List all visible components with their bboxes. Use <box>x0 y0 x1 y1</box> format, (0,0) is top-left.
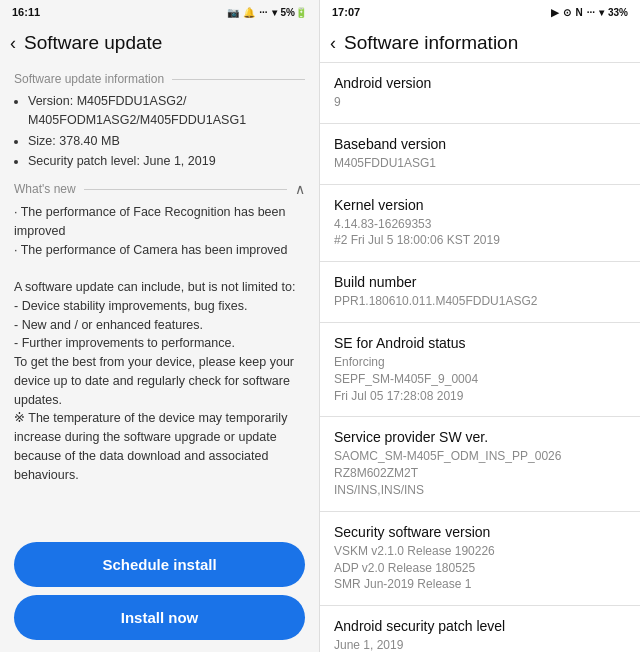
whats-new-section-header: What's new ∧ <box>14 181 305 197</box>
left-status-bar: 16:11 📷 🔔 ··· ▾ 5%🔋 <box>0 0 319 24</box>
info-item-value-0: 9 <box>334 94 626 111</box>
info-section-label: Software update information <box>14 72 164 86</box>
whats-new-content: · The performance of Face Recognition ha… <box>14 203 305 484</box>
right-battery-icon: 33% <box>608 7 628 18</box>
left-header: ‹ Software update <box>0 24 319 62</box>
info-item-label-2: Kernel version <box>334 197 626 213</box>
info-item-label-4: SE for Android status <box>334 335 626 351</box>
info-item-5: Service provider SW ver.SAOMC_SM-M405F_O… <box>320 417 640 511</box>
notification-icon: 🔔 <box>243 7 255 18</box>
left-panel: 16:11 📷 🔔 ··· ▾ 5%🔋 ‹ Software update So… <box>0 0 320 652</box>
info-size: Size: 378.40 MB <box>28 132 305 151</box>
back-button-right[interactable]: ‹ <box>330 33 336 54</box>
info-item-7: Android security patch levelJune 1, 2019 <box>320 606 640 652</box>
whats-new-label: What's new <box>14 182 76 196</box>
info-item-value-4: Enforcing SEPF_SM-M405F_9_0004 Fri Jul 0… <box>334 354 626 404</box>
right-page-title: Software information <box>344 32 518 54</box>
info-item-1: Baseband versionM405FDDU1ASG1 <box>320 124 640 185</box>
info-item-value-5: SAOMC_SM-M405F_ODM_INS_PP_0026 RZ8M602ZM… <box>334 448 626 498</box>
info-item-label-7: Android security patch level <box>334 618 626 634</box>
info-section-line <box>172 79 305 80</box>
left-time: 16:11 <box>12 6 40 18</box>
battery-icon: 5%🔋 <box>281 7 307 18</box>
target-icon: ⊙ <box>563 7 571 18</box>
info-item-6: Security software versionVSKM v2.1.0 Rel… <box>320 512 640 606</box>
info-item-label-1: Baseband version <box>334 136 626 152</box>
schedule-install-button[interactable]: Schedule install <box>14 542 305 587</box>
back-button-left[interactable]: ‹ <box>10 33 16 54</box>
info-version: Version: M405FDDU1ASG2/ M405FODM1ASG2/M4… <box>28 92 305 130</box>
play-icon: ▶ <box>551 7 559 18</box>
button-area: Schedule install Install now <box>0 534 319 652</box>
info-section-header: Software update information <box>14 72 305 86</box>
right-wifi-icon: ▾ <box>599 7 604 18</box>
right-panel: 17:07 ▶ ⊙ N ··· ▾ 33% ‹ Software informa… <box>320 0 640 652</box>
info-text-block: Version: M405FDDU1ASG2/ M405FODM1ASG2/M4… <box>14 92 305 171</box>
left-content: Software update information Version: M40… <box>0 62 319 534</box>
collapse-icon[interactable]: ∧ <box>295 181 305 197</box>
whats-new-line <box>84 189 287 190</box>
info-patch: Security patch level: June 1, 2019 <box>28 152 305 171</box>
right-time: 17:07 <box>332 6 360 18</box>
right-status-bar: 17:07 ▶ ⊙ N ··· ▾ 33% <box>320 0 640 24</box>
info-item-2: Kernel version4.14.83-16269353 #2 Fri Ju… <box>320 185 640 263</box>
left-page-title: Software update <box>24 32 162 54</box>
info-item-label-5: Service provider SW ver. <box>334 429 626 445</box>
info-item-3: Build numberPPR1.180610.011.M405FDDU1ASG… <box>320 262 640 323</box>
right-status-icons: ▶ ⊙ N ··· ▾ 33% <box>551 7 628 18</box>
info-item-label-0: Android version <box>334 75 626 91</box>
wifi-icon: ▾ <box>272 7 277 18</box>
more-icon: ··· <box>259 7 267 18</box>
info-item-value-7: June 1, 2019 <box>334 637 626 652</box>
info-item-label-3: Build number <box>334 274 626 290</box>
n-icon: N <box>575 7 582 18</box>
right-header: ‹ Software information <box>320 24 640 63</box>
info-item-value-1: M405FDDU1ASG1 <box>334 155 626 172</box>
software-info-list: Android version9Baseband versionM405FDDU… <box>320 63 640 652</box>
info-item-0: Android version9 <box>320 63 640 124</box>
info-item-value-3: PPR1.180610.011.M405FDDU1ASG2 <box>334 293 626 310</box>
info-item-label-6: Security software version <box>334 524 626 540</box>
info-item-4: SE for Android statusEnforcing SEPF_SM-M… <box>320 323 640 417</box>
install-now-button[interactable]: Install now <box>14 595 305 640</box>
left-status-icons: 📷 🔔 ··· ▾ 5%🔋 <box>227 7 307 18</box>
camera-icon: 📷 <box>227 7 239 18</box>
info-item-value-2: 4.14.83-16269353 #2 Fri Jul 5 18:00:06 K… <box>334 216 626 250</box>
info-item-value-6: VSKM v2.1.0 Release 190226 ADP v2.0 Rele… <box>334 543 626 593</box>
right-more-icon: ··· <box>587 7 595 18</box>
